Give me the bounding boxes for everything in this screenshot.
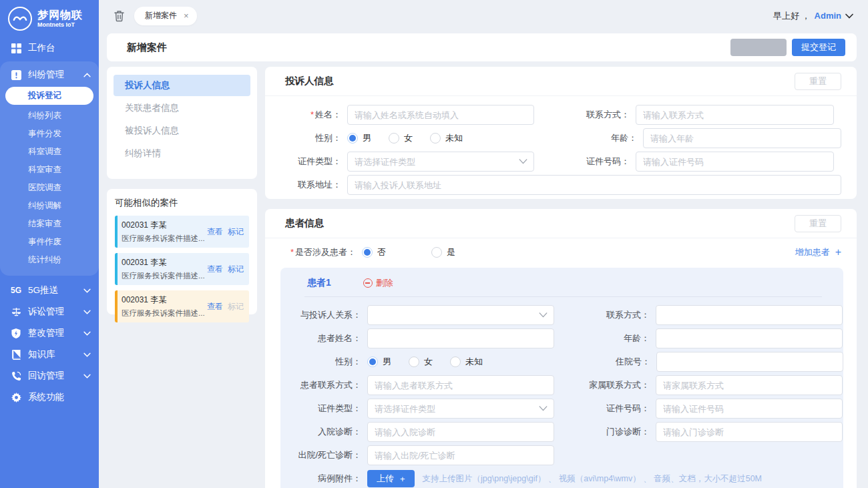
reset-button[interactable]: 重置	[795, 215, 841, 232]
complainant-contact-input[interactable]	[636, 105, 834, 125]
field-label: 与投诉人关系：	[280, 309, 367, 321]
complainant-name-input[interactable]	[347, 105, 534, 125]
5g-icon: 5G	[10, 284, 22, 296]
trash-icon[interactable]	[114, 10, 125, 22]
phone-icon	[10, 370, 22, 382]
divider	[304, 296, 822, 297]
radio-male[interactable]: 男	[347, 132, 371, 144]
complainant-age-input[interactable]	[643, 128, 841, 148]
mark-link: 标记	[228, 301, 244, 312]
delete-patient-button[interactable]: 删除	[363, 277, 393, 289]
chevron-down-icon[interactable]	[845, 13, 853, 19]
step-complainant-info[interactable]: 投诉人信息	[114, 75, 250, 96]
plus-icon: +	[400, 474, 405, 484]
case-item[interactable]: 002031 李某 医疗服务投诉案件描述... 查看 标记	[115, 290, 249, 322]
sidebar-item-dept-investigation[interactable]: 科室调查	[0, 143, 99, 161]
field-label: 证件类型：	[265, 156, 347, 168]
montnets-logo-icon	[8, 7, 32, 31]
radio-unknown[interactable]: 未知	[450, 356, 483, 368]
patient-id-type-select[interactable]	[367, 399, 554, 419]
sidebar-item-label: 系统功能	[28, 391, 64, 403]
patient-id-number-input[interactable]	[656, 399, 843, 419]
radio-female[interactable]: 女	[389, 132, 413, 144]
sidebar-item-workbench[interactable]: 工作台	[0, 37, 99, 59]
sidebar-item-hospital-investigation[interactable]: 医院调查	[0, 179, 99, 197]
greeting-text: 早上好 ，	[773, 10, 811, 22]
patient-gender-radio-group: 男 女 未知	[367, 356, 500, 368]
case-item[interactable]: 002031 李某 医疗服务投诉案件描述... 查看 标记	[115, 253, 249, 285]
step-respondent-info[interactable]: 被投诉人信息	[114, 120, 250, 142]
outpatient-diagnosis-input[interactable]	[656, 422, 843, 442]
chevron-down-icon	[83, 288, 91, 293]
radio-male[interactable]: 男	[367, 356, 391, 368]
app-logo: 梦网物联 Montnets IoT	[0, 0, 99, 37]
view-link[interactable]: 查看	[207, 301, 223, 312]
step-related-patient-info[interactable]: 关联患者信息	[114, 97, 250, 119]
radio-yes[interactable]: 是	[431, 246, 455, 258]
sidebar-item-rectification[interactable]: 整改管理	[0, 322, 99, 344]
field-label: 联系方式：	[534, 109, 636, 121]
patient-name-input[interactable]	[367, 328, 554, 348]
step-dispute-detail[interactable]: 纠纷详情	[114, 143, 250, 164]
secondary-button[interactable]	[730, 39, 787, 56]
sidebar-item-dept-review[interactable]: 科室审查	[0, 161, 99, 179]
sidebar-item-knowledge-base[interactable]: 知识库	[0, 344, 99, 365]
alert-square-icon	[10, 69, 22, 81]
sidebar-group-dispute-header[interactable]: 纠纷管理	[0, 64, 99, 85]
radio-dot	[409, 356, 419, 367]
submit-register-button[interactable]: 提交登记	[792, 39, 845, 56]
complainant-id-number-input[interactable]	[636, 152, 834, 172]
radio-female[interactable]: 女	[409, 356, 433, 368]
patient-age-input[interactable]	[656, 328, 843, 348]
view-link[interactable]: 查看	[207, 264, 223, 275]
sidebar-item-dispute-stats[interactable]: 统计纠纷	[0, 251, 99, 269]
sidebar-item-system-functions[interactable]: 系统功能	[0, 387, 99, 408]
admission-diagnosis-input[interactable]	[367, 422, 554, 442]
field-label: 性别：	[265, 132, 347, 144]
complainant-address-input[interactable]	[347, 175, 841, 195]
add-patient-button[interactable]: 增加患者 +	[795, 246, 841, 258]
sidebar-item-event-void[interactable]: 事件作废	[0, 233, 99, 251]
sidebar-item-dispute-mediation[interactable]: 纠纷调解	[0, 197, 99, 215]
sidebar-item-dispute-list[interactable]: 纠纷列表	[0, 107, 99, 125]
select-value[interactable]	[347, 152, 534, 172]
chevron-up-icon	[83, 73, 91, 77]
radio-no[interactable]: 否	[362, 246, 386, 258]
sidebar-item-closing-review[interactable]: 结案审查	[0, 215, 99, 233]
field-label: 证件类型：	[280, 403, 367, 415]
patient-phone-input[interactable]	[367, 375, 554, 395]
family-contact-input[interactable]	[656, 375, 843, 395]
sidebar-item-5g-push[interactable]: 5G 5G推送	[0, 280, 99, 301]
discharge-diagnosis-input[interactable]	[367, 445, 554, 465]
tab-new-case[interactable]: 新增案件 ×	[134, 7, 197, 25]
minus-circle-icon	[363, 278, 373, 288]
hospital-number-input[interactable]	[656, 352, 843, 372]
sidebar-item-complaint-register[interactable]: 投诉登记	[5, 87, 93, 105]
select-value[interactable]	[367, 399, 554, 419]
reset-button[interactable]: 重置	[795, 73, 841, 90]
sidebar-group-label: 纠纷管理	[28, 69, 64, 81]
upload-button[interactable]: 上传 +	[367, 470, 415, 487]
sidebar-item-event-dispatch[interactable]: 事件分发	[0, 125, 99, 143]
user-menu[interactable]: Admin	[815, 11, 841, 21]
sidebar-item-litigation[interactable]: 诉讼管理	[0, 301, 99, 322]
field-label: 家属联系方式：	[554, 379, 656, 391]
chevron-down-icon	[83, 331, 91, 336]
case-item[interactable]: 002031 李某 医疗服务投诉案件描述... 查看 标记	[115, 216, 249, 248]
patient-card-1: 患者1 删除 与投诉人关系： 联系方式：	[280, 268, 843, 488]
select-value[interactable]	[367, 305, 554, 325]
complainant-id-type-select[interactable]	[347, 152, 534, 172]
mark-link[interactable]: 标记	[228, 226, 244, 238]
sidebar-item-label: 工作台	[28, 42, 55, 54]
radio-dot	[347, 133, 358, 144]
scale-icon	[10, 306, 22, 318]
close-icon[interactable]: ×	[184, 11, 189, 21]
view-link[interactable]: 查看	[207, 226, 223, 238]
patient-contact-input[interactable]	[656, 305, 843, 325]
field-label: 病例附件：	[280, 473, 367, 485]
patient-relation-select[interactable]	[367, 305, 554, 325]
radio-unknown[interactable]: 未知	[430, 132, 463, 144]
mark-link[interactable]: 标记	[228, 264, 244, 275]
sidebar-item-follow-up[interactable]: 回访管理	[0, 365, 99, 387]
radio-dot	[430, 133, 441, 144]
